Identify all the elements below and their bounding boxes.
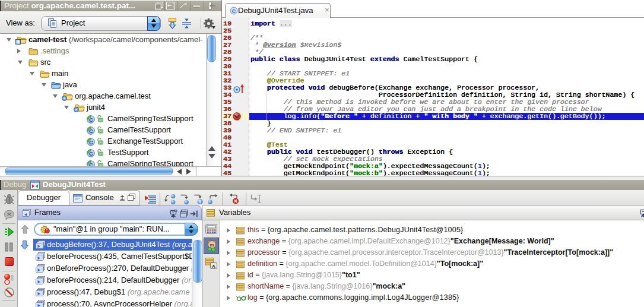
svg-text:C: C bbox=[89, 150, 93, 157]
svg-text:A: A bbox=[212, 264, 215, 269]
svg-text:C: C bbox=[89, 162, 93, 166]
svg-text:C: C bbox=[89, 116, 93, 123]
svg-text:C: C bbox=[89, 139, 93, 145]
svg-text:m: m bbox=[210, 242, 214, 248]
svg-text:C: C bbox=[89, 128, 93, 134]
svg-text:!: ! bbox=[199, 199, 201, 205]
